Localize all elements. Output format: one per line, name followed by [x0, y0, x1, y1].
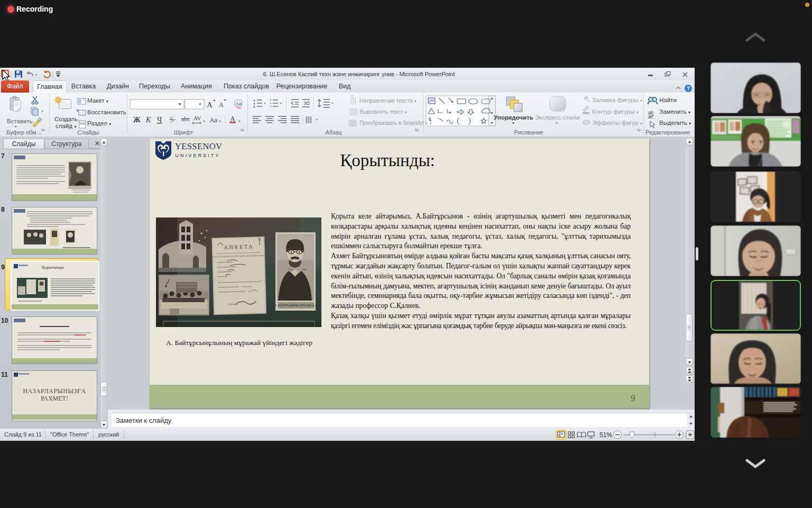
svg-text:А. БАЙТҰРСЫНҰЛЫ 1872-1937 ж.ж: А. БАЙТҰРСЫНҰЛЫ 1872-1937 ж.ж. — [275, 303, 317, 307]
svg-text:Аа: Аа — [236, 101, 242, 106]
svg-text:Аа: Аа — [209, 116, 217, 124]
svg-text:НАЗАРЛАРЫНЫЗҒА: НАЗАРЛАРЫНЫЗҒА — [23, 387, 86, 395]
svg-text:?: ? — [687, 86, 690, 92]
svg-text:Қорытынды: Қорытынды — [42, 265, 64, 270]
svg-text:Ч: Ч — [157, 116, 162, 124]
svg-text:YESSENOV: YESSENOV — [175, 141, 222, 151]
svg-text:К: К — [145, 116, 151, 124]
svg-text:Ж: Ж — [133, 116, 141, 124]
svg-text:РАХМЕТ!: РАХМЕТ! — [41, 395, 68, 402]
svg-text:ac: ac — [648, 114, 653, 120]
svg-text:А: А — [219, 101, 224, 108]
svg-text:А: А — [207, 101, 213, 109]
svg-text:UNIVERSITY: UNIVERSITY — [176, 153, 220, 158]
svg-text:Роспись: Роспись — [229, 303, 238, 305]
svg-text:АНКЕТА: АНКЕТА — [224, 243, 254, 250]
svg-text:51%: 51% — [599, 431, 612, 439]
svg-text:AV: AV — [193, 115, 201, 121]
